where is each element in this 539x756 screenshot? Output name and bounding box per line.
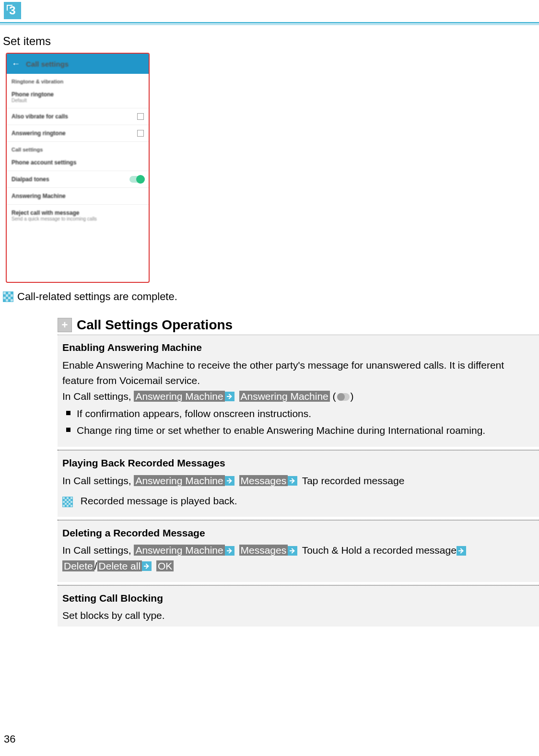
chip-delete-all: Delete all [97,560,142,571]
phone-item-vibrate: Also vibrate for calls [7,108,149,125]
op-enable-answering: Enabling Answering Machine Enable Answer… [58,335,539,447]
op1-bullet2: Change ring time or set whether to enabl… [66,423,534,439]
phone-item-ringtone2: Answering ringtone [7,125,149,142]
result-icon [62,497,73,507]
chip-answering-machine: Answering Machine [134,391,224,402]
phone-item-reject: Reject call with message Send a quick me… [7,205,149,226]
arrow-right-icon [142,561,152,571]
arrow-right-icon [225,392,234,401]
operations-container: + Call Settings Operations Enabling Answ… [58,317,539,627]
phone-header: ← Call settings [7,54,149,74]
phone-item-ringtone: Phone ringtone Default [7,86,149,108]
phone-dialpad-label: Dialpad tones [12,176,49,183]
op3-mid: Touch & Hold a recorded message [299,545,457,556]
operations-header: + Call Settings Operations [58,317,539,333]
op2-heading: Playing Back Recorded Messages [62,455,534,471]
op2-prefix: In Call settings, [62,475,134,486]
op2-path: In Call settings, Answering Machine Mess… [62,473,534,489]
phone-reject-sub: Send a quick message to incoming calls [12,216,97,221]
phone-item-answering: Answering Machine [7,188,149,205]
op4-desc: Set blocks by call type. [62,608,534,624]
op2-result: Recorded message is played back. [78,495,237,506]
divider-thin [0,24,539,25]
phone-item-dialpad: Dialpad tones [7,171,149,188]
op1-bullet1: If confirmation appears, follow onscreen… [66,406,534,422]
phone-ringtone-sub: Default [12,98,54,103]
expand-icon: + [58,318,72,332]
phone-answering-label: Answering Machine [12,193,66,199]
toggle-icon [129,176,144,183]
phone-ringtone-label: Phone ringtone [12,91,54,98]
op-play-recorded: Playing Back Recorded Messages In Call s… [58,450,539,517]
checkbox-icon [137,130,144,137]
op1-heading: Enabling Answering Machine [62,340,534,356]
op2-result-row: Recorded message is played back. [62,493,534,509]
phone-account-label: Phone account settings [12,159,76,166]
chip-messages: Messages [239,475,288,486]
paren-close: ) [351,391,354,402]
page-number: 36 [4,733,15,745]
arrow-right-icon [288,476,297,486]
op2-tail: Tap recorded message [299,475,404,486]
op1-desc: Enable Answering Machine to receive the … [62,358,534,389]
back-arrow-icon: ← [12,59,20,69]
arrow-right-icon [457,546,466,556]
chip-answering-machine: Answering Machine [134,475,224,486]
chip-answering-machine: Answering Machine [134,545,224,556]
op3-path: In Call settings, Answering Machine Mess… [62,543,534,574]
phone-vibrate-label: Also vibrate for calls [12,113,68,120]
paren-open: ( [330,391,336,402]
op4-heading: Setting Call Blocking [62,591,534,606]
phone-screenshot: ← Call settings Ringtone & vibration Pho… [6,53,150,283]
op-delete-recorded: Deleting a Recorded Message In Call sett… [58,520,539,582]
arrow-right-icon [225,546,234,556]
op-call-blocking: Setting Call Blocking Set blocks by call… [58,585,539,627]
phone-section-call: Call settings [7,142,149,154]
step-number-badge: 3 [4,2,21,19]
divider-heavy [0,22,539,23]
op3-prefix: In Call settings, [62,545,134,556]
slash: / [94,560,97,571]
result-icon [3,291,13,302]
arrow-right-icon [225,476,234,486]
phone-section-ringtone: Ringtone & vibration [7,74,149,86]
op1-path: In Call settings, Answering Machine Answ… [62,389,534,405]
phone-ringtone2-label: Answering ringtone [12,130,66,137]
op1-prefix: In Call settings, [62,391,134,402]
phone-item-account: Phone account settings [7,154,149,171]
checkbox-icon [137,113,144,120]
chip-ok: OK [156,560,174,571]
op3-heading: Deleting a Recorded Message [62,525,534,541]
phone-reject-label: Reject call with message [12,209,97,216]
phone-header-title: Call settings [26,60,69,68]
operations-title: Call Settings Operations [77,317,233,333]
arrow-right-icon [288,546,297,556]
chip-answering-machine-2: Answering Machine [239,391,330,402]
result-row: Call-related settings are complete. [3,291,539,303]
op1-bullets: If confirmation appears, follow onscreen… [62,406,534,438]
set-items-label: Set items [3,35,539,48]
toggle-icon [337,393,350,401]
chip-messages: Messages [239,545,288,556]
chip-delete: Delete [62,560,94,571]
complete-text: Call-related settings are complete. [17,291,177,303]
